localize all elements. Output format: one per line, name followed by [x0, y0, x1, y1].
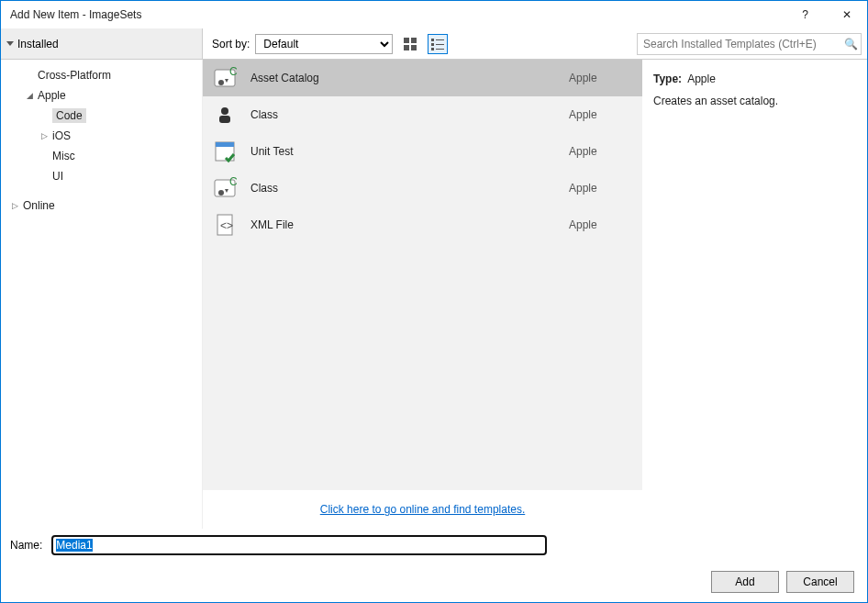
svg-text:<>: <> [220, 219, 233, 232]
help-icon: ? [802, 8, 808, 21]
template-row[interactable]: Unit Test Apple [203, 133, 642, 170]
class-icon [212, 102, 238, 128]
name-label: Name: [10, 539, 42, 552]
svg-rect-0 [404, 38, 409, 43]
tree-item-cross-platform[interactable]: Cross-Platform [1, 65, 202, 85]
close-button[interactable]: ✕ [826, 1, 867, 28]
template-row[interactable]: <> XML File Apple [203, 207, 642, 243]
unit-test-icon [212, 139, 238, 164]
search-input[interactable] [638, 38, 840, 50]
svg-point-12 [218, 80, 224, 85]
help-button[interactable]: ? [785, 1, 826, 28]
info-type-value: Apple [687, 73, 716, 85]
tree-item-ios[interactable]: ▷iOS [1, 126, 202, 146]
svg-text:C#: C# [229, 176, 237, 188]
svg-rect-6 [431, 43, 434, 46]
svg-point-13 [221, 107, 228, 115]
template-list: C# Asset Catalog Apple Class Apple Unit … [203, 60, 642, 490]
template-lang: Apple [569, 72, 624, 84]
info-pane: Type: Apple Creates an asset catalog. [642, 60, 867, 529]
info-description: Creates an asset catalog. [653, 95, 856, 107]
sortby-select[interactable]: Default [255, 34, 393, 54]
template-name: Asset Catalog [250, 72, 569, 84]
svg-rect-3 [411, 45, 417, 50]
chevron-right-icon: ▷ [39, 131, 49, 140]
category-tree: Cross-Platform ◢Apple Code ▷iOS Misc UI … [1, 60, 203, 529]
chevron-down-icon: ◢ [25, 91, 34, 100]
view-medium-icons-button[interactable] [400, 34, 420, 54]
tree-item-ui[interactable]: UI [1, 166, 202, 186]
class-file-icon: C# [212, 175, 238, 201]
info-type-label: Type: [653, 73, 682, 85]
view-small-icons-button[interactable] [428, 34, 448, 54]
template-lang: Apple [569, 145, 624, 158]
tree-item-apple[interactable]: ◢Apple [1, 85, 202, 106]
template-lang: Apple [569, 182, 624, 195]
sortby-label: Sort by: [212, 38, 250, 50]
add-button[interactable]: Add [711, 571, 779, 593]
name-input[interactable] [51, 535, 547, 555]
svg-rect-8 [431, 48, 434, 50]
svg-rect-9 [436, 49, 444, 50]
tree-item-code[interactable]: Code [1, 106, 202, 126]
cancel-button[interactable]: Cancel [786, 571, 854, 593]
search-icon: 🔍 [840, 38, 861, 50]
template-name: XML File [250, 218, 569, 231]
tree-item-online[interactable]: ▷Online [1, 195, 202, 216]
tree-item-misc[interactable]: Misc [1, 146, 202, 166]
svg-text:C#: C# [229, 66, 237, 78]
xml-file-icon: <> [212, 212, 238, 238]
search-box[interactable]: 🔍 [637, 33, 862, 55]
list-icon [431, 38, 444, 50]
template-name: Class [250, 182, 569, 195]
svg-rect-7 [436, 44, 444, 45]
svg-rect-14 [219, 116, 230, 123]
template-lang: Apple [569, 218, 624, 231]
chevron-down-icon [6, 41, 14, 46]
template-row[interactable]: C# Class Apple [203, 170, 642, 207]
category-header-label: Installed [17, 38, 59, 50]
svg-rect-16 [216, 142, 234, 147]
template-lang: Apple [569, 108, 624, 121]
category-header[interactable]: Installed [1, 28, 203, 59]
template-row[interactable]: C# Asset Catalog Apple [203, 60, 642, 96]
window-title: Add New Item - ImageSets [10, 8, 785, 21]
svg-rect-1 [411, 38, 417, 43]
template-row[interactable]: Class Apple [203, 96, 642, 133]
svg-rect-5 [436, 39, 444, 40]
close-icon: ✕ [842, 8, 851, 21]
grid-icon [404, 38, 417, 50]
chevron-right-icon: ▷ [10, 201, 19, 210]
online-templates-link[interactable]: Click here to go online and find templat… [320, 503, 525, 516]
template-name: Unit Test [250, 145, 569, 158]
svg-rect-4 [431, 39, 434, 41]
asset-catalog-icon: C# [212, 65, 238, 91]
template-name: Class [250, 108, 569, 121]
svg-rect-2 [404, 45, 409, 50]
svg-point-19 [218, 190, 224, 195]
